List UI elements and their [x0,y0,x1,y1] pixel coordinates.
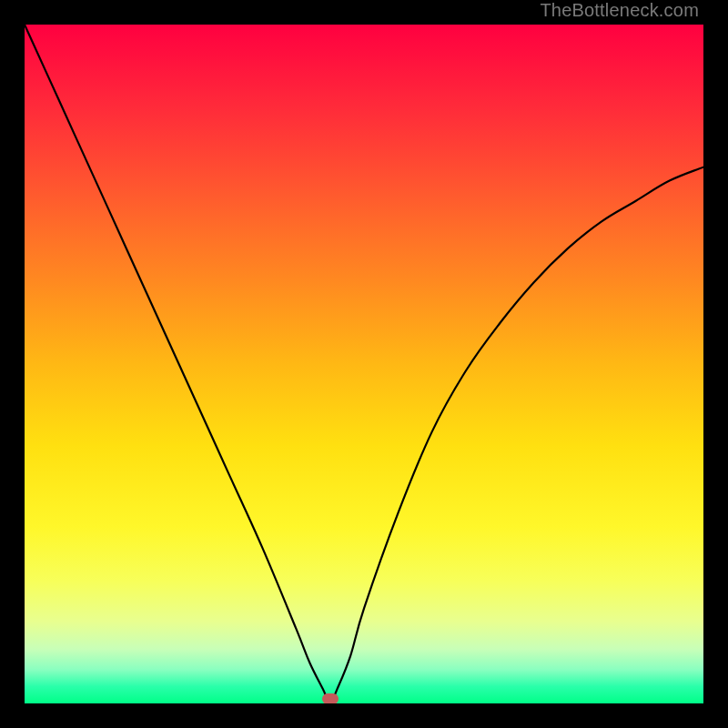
bottleneck-curve [25,25,703,703]
chart-frame: TheBottleneck.com [0,0,728,728]
watermark-text: TheBottleneck.com [540,0,699,21]
minimum-marker [322,693,339,703]
plot-area [25,25,703,703]
